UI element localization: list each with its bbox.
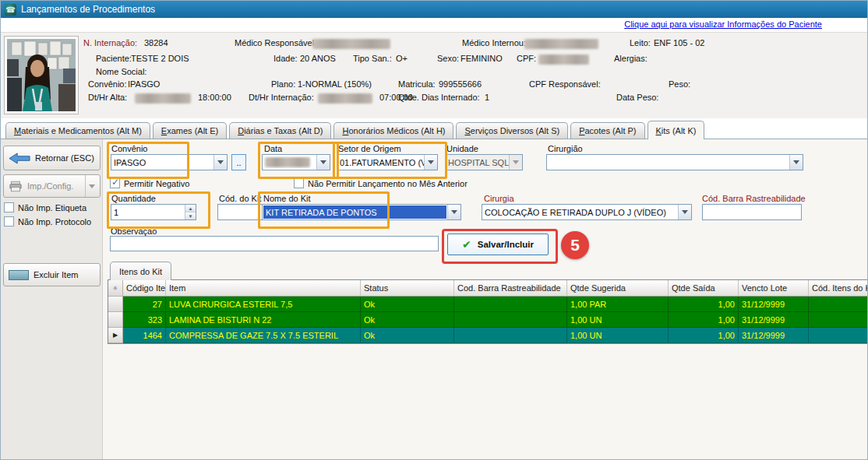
- column-header-item[interactable]: Item: [166, 280, 361, 297]
- plano-label: Plano:: [271, 79, 295, 89]
- back-arrow-icon: [9, 153, 30, 164]
- chevron-down-icon[interactable]: [424, 155, 437, 170]
- observacao-input[interactable]: [111, 237, 438, 251]
- convenio-header-label: Convênio:: [88, 79, 127, 89]
- cod-barra-field[interactable]: [702, 204, 802, 220]
- nao-permitir-mes-anterior-checkbox[interactable]: Não Permitir Lançamento no Mês Anterior: [294, 178, 468, 188]
- tab-kits[interactable]: Kits (Alt K): [647, 121, 705, 139]
- itens-do-kit-tab[interactable]: Itens do Kit: [110, 262, 171, 280]
- column-header-status[interactable]: Status: [361, 280, 454, 297]
- tab-diarias-taxas[interactable]: Diárias e Taxas (Alt D): [229, 122, 331, 139]
- imp-config-dropdown[interactable]: [85, 175, 95, 197]
- n-internacao-value: 38284: [144, 38, 168, 47]
- medico-internou-label: Médico Internou:: [462, 38, 526, 47]
- nao-imp-protocolo-label: Não Imp. Protocolo: [18, 217, 91, 226]
- table-row[interactable]: 323 LAMINA DE BISTURI N 22 Ok 1,00 UN 1,…: [108, 312, 868, 328]
- step-5-badge: 5: [561, 231, 589, 259]
- imp-config-button[interactable]: Imp./Config.: [3, 174, 101, 198]
- column-header-qtde-sugerida[interactable]: Qtde Sugerida: [567, 280, 669, 297]
- paciente-label: Paciente:: [96, 54, 132, 63]
- retornar-label: Retornar (ESC): [35, 153, 94, 163]
- tab-materiais-medicamentos[interactable]: Materiais e Medicamentos (Alt M): [5, 122, 150, 139]
- kit-items-grid: ✳ Código Item Item Status Cod. Barra Ras…: [108, 279, 868, 344]
- tab-exames[interactable]: Exames (Alt E): [153, 122, 227, 139]
- cirurgiao-label: Cirurgião: [548, 144, 583, 153]
- convenio-combobox[interactable]: IPASGO: [111, 154, 228, 170]
- column-header-qtde-saida[interactable]: Qtde Saída: [669, 280, 739, 297]
- n-internacao-label: N. Internação:: [83, 38, 137, 47]
- chevron-down-icon[interactable]: [447, 205, 460, 219]
- left-toolbar: Retornar (ESC) Imp./Config. Não Imp. Eti…: [1, 139, 103, 460]
- setor-origem-value: 01.FATURAMENTO (VIRTL: [337, 158, 424, 167]
- spinner: ▲ ▼: [185, 205, 196, 219]
- cell-item: LUVA CIRURGICA ESTERIL 7,5: [166, 297, 361, 312]
- qtde-dias-value: 1: [485, 93, 489, 102]
- check-icon: ✔: [462, 238, 471, 251]
- cell-qtde-sugerida: 1,00 PAR: [567, 297, 669, 312]
- chevron-down-icon[interactable]: [678, 205, 691, 219]
- cell-item: COMPRESSA DE GAZE 7.5 X 7.5 ESTERIL: [166, 328, 361, 343]
- checkbox-icon: [110, 178, 120, 188]
- chevron-down-icon[interactable]: [316, 155, 330, 170]
- tab-strip: Materiais e Medicamentos (Alt M) Exames …: [5, 120, 704, 139]
- browse-button[interactable]: ..: [231, 154, 246, 170]
- tipo-san-value: O+: [396, 54, 408, 63]
- row-indicator-cell: [108, 312, 123, 328]
- nao-imp-etiqueta-checkbox[interactable]: Não Imp. Etiqueta: [4, 202, 86, 212]
- retornar-button[interactable]: Retornar (ESC): [3, 146, 101, 170]
- column-header-codigo-item[interactable]: Código Item: [123, 280, 166, 297]
- data-value-redacted: [265, 157, 310, 167]
- cirurgia-label: Cirurgia: [484, 194, 514, 203]
- quantidade-stepper[interactable]: ▲ ▼: [111, 204, 196, 220]
- spin-down-icon[interactable]: ▼: [185, 212, 196, 219]
- data-label: Data: [264, 144, 282, 153]
- table-row[interactable]: 27 LUVA CIRURGICA ESTERIL 7,5 Ok 1,00 PA…: [108, 297, 868, 312]
- quantidade-input[interactable]: [111, 205, 185, 219]
- excluir-item-button[interactable]: Excluir Item: [3, 263, 101, 286]
- cod-barra-label: Cód. Barra Rastreabilidade: [702, 194, 806, 203]
- leito-label: Leito:: [630, 38, 651, 47]
- convenio-label: Convênio: [111, 144, 147, 153]
- unidade-label: Unidade: [446, 144, 478, 153]
- patient-photo: [4, 36, 79, 114]
- permitir-negativo-checkbox[interactable]: Permitir Negativo: [110, 178, 189, 188]
- column-header-vencto-lote[interactable]: Vencto Lote: [739, 280, 809, 297]
- medico-responsavel-value-redacted: [312, 39, 390, 49]
- qtde-dias-label: Qtde. Dias Internado:: [398, 93, 480, 102]
- matricula-value: 999555666: [439, 79, 482, 89]
- setor-origem-label: Setor de Origem: [338, 144, 401, 153]
- cell-qtde-sugerida: 1,00 UN: [567, 312, 669, 328]
- observacao-label: Observação: [111, 226, 157, 236]
- spin-up-icon[interactable]: ▲: [185, 205, 196, 212]
- row-indicator-cell: [108, 328, 123, 343]
- observacao-field[interactable]: [110, 236, 439, 251]
- nome-kit-value: KIT RETIRADA DE PONTOS: [263, 205, 446, 219]
- matricula-label: Matricula:: [398, 79, 436, 89]
- unidade-value: HOSPITAL SQL - MATR: [446, 158, 509, 167]
- column-header-cod-itens-kit[interactable]: Cód. Itens do K: [809, 280, 868, 297]
- checkbox-icon: [4, 216, 14, 226]
- tab-honorarios-medicos[interactable]: Honorários Médicos (Alt H): [333, 122, 453, 139]
- chevron-down-icon[interactable]: [213, 155, 227, 170]
- data-combobox[interactable]: [262, 154, 330, 170]
- checkbox-icon: [294, 178, 304, 188]
- chevron-down-icon[interactable]: [789, 155, 803, 170]
- cell-status: Ok: [361, 297, 454, 312]
- nao-imp-protocolo-checkbox[interactable]: Não Imp. Protocolo: [4, 216, 91, 226]
- nome-kit-combobox[interactable]: KIT RETIRADA DE PONTOS: [262, 204, 461, 220]
- patient-header-panel: N. Internação: 38284 Médico Responsável:…: [1, 32, 867, 118]
- tab-pacotes[interactable]: Pacotes (Alt P): [570, 122, 644, 139]
- patient-info-link[interactable]: Clique aqui para visualizar Informações …: [624, 19, 822, 29]
- cod-barra-input[interactable]: [703, 205, 801, 219]
- dthr-alta-date-redacted: [135, 93, 191, 104]
- unidade-combobox[interactable]: HOSPITAL SQL - MATR: [445, 154, 523, 170]
- tipo-san-label: Tipo San.:: [353, 54, 392, 63]
- column-header-cod-barra[interactable]: Cod. Barra Rastreabilidade: [454, 280, 567, 297]
- table-row[interactable]: 1464 COMPRESSA DE GAZE 7.5 X 7.5 ESTERIL…: [108, 328, 868, 343]
- setor-origem-combobox[interactable]: 01.FATURAMENTO (VIRTL: [337, 154, 438, 170]
- cirurgia-combobox[interactable]: COLOCAÇÃO E RETIRADA DUPLO J (VÍDEO): [482, 204, 692, 220]
- cirurgiao-combobox[interactable]: [546, 154, 803, 170]
- tab-servicos-diversos[interactable]: Serviços Diversos (Alt S): [456, 122, 568, 139]
- title-bar: ☎ Lançamentos de Procedimentos: [1, 1, 867, 18]
- salvar-incluir-button[interactable]: ✔ Salvar/Incluir: [447, 234, 549, 255]
